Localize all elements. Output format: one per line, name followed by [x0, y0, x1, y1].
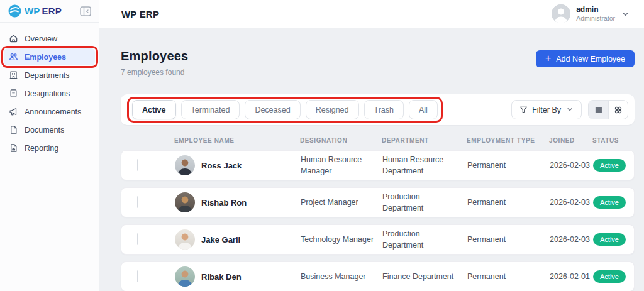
col-employee-name: Employee Name [174, 137, 300, 144]
funnel-icon [519, 106, 528, 114]
tab-active[interactable]: Active [132, 100, 176, 119]
page-head: Employees 7 employees found + Add New Em… [121, 49, 635, 77]
employee-department: Production Department [382, 228, 467, 251]
filter-by-button[interactable]: Filter By [511, 100, 582, 119]
employee-employment-type: Permanent [467, 271, 550, 282]
sidebar-nav: Overview Employees [0, 23, 99, 156]
row-checkbox[interactable] [137, 196, 138, 208]
employee-employment-type: Permanent [467, 234, 550, 245]
sidebar-item-label: Overview [25, 35, 57, 43]
report-chart-icon [9, 143, 18, 153]
sidebar-item-announcements[interactable]: Announcements [4, 103, 95, 120]
sidebar: WP ERP Overview [0, 0, 99, 291]
brand-logo: WP ERP [0, 0, 99, 23]
list-view-icon[interactable] [589, 101, 608, 119]
brand-wp: WP [25, 6, 40, 16]
employee-avatar [175, 266, 195, 287]
employee-joined-date: 2026-02-03 [550, 197, 593, 208]
employee-department: Human Resource Department [382, 154, 467, 177]
employee-count: 7 employees found [121, 68, 188, 77]
row-checkbox[interactable] [137, 233, 138, 245]
user-avatar [552, 4, 570, 23]
sidebar-item-departments[interactable]: Departments [4, 67, 95, 84]
document-lines-icon [9, 89, 18, 98]
employee-name: Ribak Den [201, 272, 242, 282]
table-header: Employee Name Designation Department Emp… [121, 137, 635, 144]
row-checkbox[interactable] [137, 270, 138, 282]
sidebar-item-documents[interactable]: Documents [4, 121, 95, 138]
tab-all[interactable]: All [409, 100, 438, 119]
filter-by-label: Filter By [532, 106, 561, 114]
chevron-down-icon [567, 106, 574, 113]
table-row[interactable]: Ross Jack Human Resource Manager Human R… [121, 150, 635, 180]
annotation-box-tabs: Active Terminated Deceased Resigned Tras… [127, 97, 443, 123]
sidebar-item-label: Employees [25, 53, 66, 62]
sidebar-item-designations[interactable]: Designations [4, 85, 95, 102]
employee-name: Ross Jack [201, 161, 242, 170]
employee-department: Production Department [382, 191, 467, 214]
employee-designation: Technology Manager [301, 234, 382, 245]
user-menu[interactable]: admin Administrator [552, 4, 629, 23]
sidebar-collapse-icon[interactable] [80, 6, 91, 16]
grid-view-icon[interactable] [608, 101, 628, 119]
col-status: Status [592, 137, 635, 144]
employee-joined-date: 2026-02-03 [550, 160, 593, 171]
chevron-down-icon [622, 11, 629, 18]
employee-avatar [175, 192, 195, 212]
toolbar-right: Filter By [511, 100, 628, 119]
main-content: Employees 7 employees found + Add New Em… [99, 28, 644, 291]
building-icon [9, 70, 18, 80]
col-department: Department [382, 137, 467, 144]
employee-designation: Project Manager [301, 197, 382, 208]
tab-resigned[interactable]: Resigned [306, 100, 359, 119]
col-employment-type: Employment Type [467, 137, 549, 144]
tab-deceased[interactable]: Deceased [245, 100, 300, 119]
employee-joined-date: 2026-02-01 [550, 271, 593, 282]
col-joined: Joined [549, 137, 592, 144]
sidebar-item-employees[interactable]: Employees [4, 48, 95, 65]
tab-terminated[interactable]: Terminated [181, 100, 240, 119]
employee-avatar [175, 155, 195, 175]
tab-trash[interactable]: Trash [364, 100, 404, 119]
sidebar-item-reporting[interactable]: Reporting [4, 140, 95, 156]
filter-toolbar: Active Terminated Deceased Resigned Tras… [121, 94, 635, 125]
employee-employment-type: Permanent [467, 160, 550, 171]
col-designation: Designation [300, 137, 382, 144]
sidebar-item-overview[interactable]: Overview [4, 30, 95, 47]
sidebar-item-label: Departments [25, 71, 70, 80]
employee-name: Jake Garli [201, 235, 240, 244]
sidebar-item-label: Reporting [25, 144, 58, 153]
row-checkbox[interactable] [137, 159, 138, 171]
sidebar-item-label: Documents [25, 126, 64, 135]
employee-employment-type: Permanent [467, 197, 550, 208]
sidebar-item-label: Announcements [25, 107, 81, 116]
status-tabs: Active Terminated Deceased Resigned Tras… [132, 100, 438, 119]
table-row[interactable]: Ribak Den Business Manager Finance Depar… [121, 261, 635, 291]
status-badge: Active [593, 233, 626, 246]
employee-avatar [175, 229, 195, 250]
employee-designation: Human Resource Manager [301, 154, 382, 177]
status-badge: Active [593, 196, 626, 209]
user-name: admin [576, 6, 615, 14]
employee-department: Finance Department [382, 271, 467, 282]
plus-icon: + [545, 53, 551, 63]
brand-erp: ERP [42, 6, 62, 16]
table-row[interactable]: Rishab Ron Project Manager Production De… [121, 187, 635, 217]
employee-list: Ross Jack Human Resource Manager Human R… [121, 150, 635, 291]
file-icon [9, 125, 18, 135]
table-row[interactable]: Jake Garli Technology Manager Production… [121, 224, 635, 255]
employee-name: Rishab Ron [201, 198, 247, 207]
top-header: WP ERP admin Administrator [99, 0, 644, 28]
home-icon [9, 34, 18, 43]
sidebar-item-label: Designations [25, 89, 70, 98]
add-new-employee-label: Add New Employee [556, 55, 625, 63]
status-badge: Active [593, 270, 626, 283]
users-icon [9, 52, 18, 62]
page-title: Employees [121, 49, 188, 63]
user-meta: admin Administrator [576, 6, 615, 23]
wperp-logo-icon [8, 4, 21, 18]
megaphone-icon [9, 107, 18, 116]
user-role: Administrator [576, 14, 615, 22]
add-new-employee-button[interactable]: + Add New Employee [536, 50, 635, 67]
employee-joined-date: 2026-02-03 [550, 234, 593, 245]
